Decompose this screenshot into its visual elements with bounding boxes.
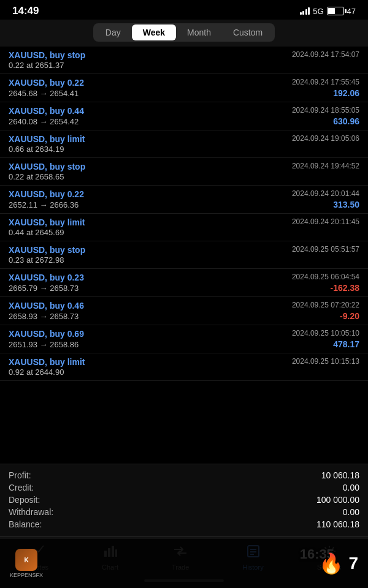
trade-price: 2651.93 → 2658.86 (9, 340, 79, 349)
withdrawal-value: 0.00 (343, 507, 359, 517)
trade-datetime: 2024.09.24 17:54:07 (292, 50, 359, 59)
trade-title: XAUUSD, buy 0.44 (9, 106, 84, 116)
trade-title: XAUUSD, buy stop (9, 245, 85, 255)
trade-price: 2645.68 → 2654.41 (9, 89, 79, 98)
summary-credit-row: Credit: 0.00 (9, 481, 359, 494)
profit-value: 10 060.18 (321, 470, 359, 480)
battery-icon (327, 7, 344, 15)
trade-profit: 478.17 (333, 339, 359, 349)
trade-price: 0.22 at 2651.37 (9, 61, 64, 70)
tab-week[interactable]: Week (132, 24, 176, 40)
trade-item[interactable]: XAUUSD, buy 0.442024.09.24 18:55:052640.… (0, 102, 368, 130)
trade-item[interactable]: XAUUSD, buy 0.222024.09.24 17:55:452645.… (0, 74, 368, 102)
trade-price: 0.92 at 2644.90 (9, 368, 64, 377)
period-tabs: Day Week Month Custom (93, 23, 275, 42)
trade-datetime: 2024.09.24 19:05:06 (292, 134, 359, 143)
trade-item[interactable]: XAUUSD, buy stop2024.09.24 19:44:520.22 … (0, 158, 368, 186)
trade-profit: -162.38 (331, 283, 359, 293)
trade-datetime: 2024.09.24 20:11:45 (292, 217, 359, 226)
tab-custom[interactable]: Custom (222, 24, 274, 40)
trade-price: 2665.79 → 2658.73 (9, 284, 79, 293)
fire-badge: 🔥 7 (319, 552, 358, 575)
brand-badge: K KEPPENSFX (10, 549, 43, 578)
summary-withdrawal-row: Withdrawal: 0.00 (9, 506, 359, 518)
trade-profit: -9.20 (340, 311, 359, 321)
trade-title: XAUUSD, buy limit (9, 217, 85, 227)
trade-item[interactable]: XAUUSD, buy 0.232024.09.25 06:04:542665.… (0, 269, 368, 297)
trade-item[interactable]: XAUUSD, buy 0.692024.09.25 10:05:102651.… (0, 325, 368, 353)
trade-item[interactable]: XAUUSD, buy limit2024.09.25 10:15:130.92… (0, 353, 368, 381)
balance-value: 110 060.18 (316, 519, 359, 529)
trade-datetime: 2024.09.25 10:05:10 (292, 329, 359, 337)
trade-price: 2640.08 → 2654.42 (9, 117, 79, 126)
trade-datetime: 2024.09.25 05:51:57 (292, 245, 359, 254)
trade-type: XAUUSD, buy limit (9, 357, 85, 367)
brand-text: KEPPENSFX (10, 572, 43, 578)
trade-datetime: 2024.09.24 18:55:05 (292, 106, 359, 115)
trade-title: XAUUSD, buy stop (9, 50, 85, 60)
trade-datetime: 2024.09.25 10:15:13 (292, 357, 359, 366)
signal-bars-icon (300, 7, 310, 15)
trade-price: 2652.11 → 2666.36 (9, 200, 79, 209)
trade-type: XAUUSD, buy limit (9, 217, 85, 227)
trade-item[interactable]: XAUUSD, buy 0.222024.09.24 20:01:442652.… (0, 186, 368, 214)
trade-title: XAUUSD, buy 0.22 (9, 189, 84, 199)
brand-logo: K (15, 549, 37, 571)
status-time: 14:49 (12, 5, 39, 17)
trade-list: XAUUSD, buy stop2024.09.24 17:54:070.22 … (0, 47, 368, 464)
trade-item[interactable]: XAUUSD, buy limit2024.09.24 19:05:060.66… (0, 130, 368, 158)
tab-day[interactable]: Day (94, 24, 132, 40)
deposit-label: Deposit: (9, 495, 40, 505)
trade-title: XAUUSD, buy 0.46 (9, 301, 84, 311)
trade-title: XAUUSD, buy limit (9, 357, 85, 367)
battery-pct: 47 (347, 7, 356, 16)
summary-section: Profit: 10 060.18 Credit: 0.00 Deposit: … (0, 464, 368, 537)
summary-balance-row: Balance: 110 060.18 (9, 518, 359, 530)
trade-datetime: 2024.09.24 17:55:45 (292, 78, 359, 86)
deposit-value: 100 000.00 (316, 495, 359, 505)
tabs-container: Day Week Month Custom (0, 20, 368, 47)
trade-price: 0.23 at 2672.98 (9, 255, 64, 265)
trade-type: XAUUSD, buy 0.44 (9, 106, 84, 116)
trade-title: XAUUSD, buy 0.69 (9, 329, 84, 339)
battery-fill (328, 8, 335, 14)
trade-datetime: 2024.09.24 20:01:44 (292, 189, 359, 198)
credit-value: 0.00 (343, 483, 359, 492)
trade-item[interactable]: XAUUSD, buy limit2024.09.24 20:11:450.44… (0, 214, 368, 241)
trade-title: XAUUSD, buy 0.22 (9, 78, 84, 88)
trade-price: 0.66 at 2634.19 (9, 145, 64, 154)
status-icons: 5G 47 (300, 7, 356, 16)
trade-type: XAUUSD, buy 0.46 (9, 301, 84, 311)
trade-type: XAUUSD, buy 0.22 (9, 189, 84, 199)
trade-price: 0.44 at 2645.69 (9, 228, 64, 237)
trade-title: XAUUSD, buy stop (9, 162, 85, 172)
status-bar: 14:49 5G 47 (0, 0, 368, 20)
trade-price: 0.22 at 2658.65 (9, 172, 64, 181)
trade-type: XAUUSD, buy stop (9, 50, 85, 60)
summary-deposit-row: Deposit: 100 000.00 (9, 494, 359, 506)
trade-title: XAUUSD, buy limit (9, 134, 85, 144)
trade-profit: 630.96 (333, 116, 359, 126)
trade-profit: 192.06 (333, 88, 359, 98)
network-label: 5G (313, 7, 323, 16)
trade-type: XAUUSD, buy 0.23 (9, 273, 84, 282)
credit-label: Credit: (9, 483, 34, 492)
tab-month[interactable]: Month (176, 24, 222, 40)
summary-profit-row: Profit: 10 060.18 (9, 469, 359, 481)
trade-type: XAUUSD, buy stop (9, 245, 85, 255)
trade-type: XAUUSD, buy stop (9, 162, 85, 172)
trade-type: XAUUSD, buy limit (9, 134, 85, 144)
trade-type: XAUUSD, buy 0.69 (9, 329, 84, 339)
fire-count: 7 (348, 554, 358, 573)
trade-profit: 313.50 (333, 200, 359, 209)
trade-datetime: 2024.09.25 06:04:54 (292, 273, 359, 281)
trade-item[interactable]: XAUUSD, buy 0.462024.09.25 07:20:222658.… (0, 297, 368, 325)
bottom-badges: K KEPPENSFX 🔥 7 (0, 539, 368, 588)
trade-item[interactable]: XAUUSD, buy stop2024.09.24 17:54:070.22 … (0, 47, 368, 74)
balance-label: Balance: (9, 519, 42, 529)
trade-type: XAUUSD, buy 0.22 (9, 78, 84, 88)
trade-item[interactable]: XAUUSD, buy stop2024.09.25 05:51:570.23 … (0, 241, 368, 269)
fire-icon: 🔥 (319, 552, 343, 575)
trade-datetime: 2024.09.25 07:20:22 (292, 301, 359, 309)
profit-label: Profit: (9, 470, 31, 480)
